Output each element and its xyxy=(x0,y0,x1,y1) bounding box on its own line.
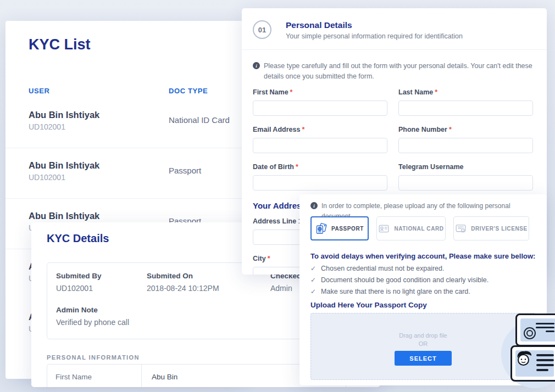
date-of-birth-input[interactable] xyxy=(253,175,387,191)
personal-information-section-title: PERSONAL INFORMATION xyxy=(47,354,140,361)
checklist-item: ✓ Document should be good condition and … xyxy=(310,276,489,288)
required-marker: * xyxy=(302,126,304,133)
first-name-input[interactable] xyxy=(253,100,387,116)
column-header-user: USER xyxy=(29,87,50,95)
or-text: OR xyxy=(311,340,535,347)
drag-drop-text: Drag and drop file xyxy=(311,332,535,339)
column-header-doc-type: DOC TYPE xyxy=(169,87,208,95)
step-number-badge: 01 xyxy=(253,20,271,39)
check-icon: ✓ xyxy=(310,265,316,272)
telegram-username-input[interactable] xyxy=(398,175,533,191)
doc-option-passport[interactable]: PASSPORT xyxy=(310,216,369,240)
select-file-button[interactable]: SELECT xyxy=(395,351,452,366)
required-marker: * xyxy=(268,255,270,262)
info-icon: i xyxy=(310,202,318,209)
kyc-list-row[interactable]: Abu Bin Ishtiyak UD102001 Passport xyxy=(5,148,243,199)
address-section-title: Your Address xyxy=(253,201,306,210)
checklist-item: ✓ Make sure that there is no light glare… xyxy=(310,288,489,299)
admin-note: Admin Note Verified by phone call xyxy=(56,306,129,327)
field-first-name: First Name* xyxy=(253,88,387,116)
kyc-list-row[interactable]: Abu Bin Ishtiyak UD102001 National ID Ca… xyxy=(5,98,243,148)
user-name: Abu Bin Ishtiyak xyxy=(29,211,243,221)
passport-icon xyxy=(315,223,327,234)
info-label: First Name xyxy=(47,365,142,387)
field-last-name: Last Name* xyxy=(398,88,533,116)
document-type-options: PASSPORT NATIONAL CARD DRIVER'S xyxy=(310,216,529,240)
required-marker: * xyxy=(435,88,437,96)
doc-option-national-card[interactable]: NATIONAL CARD xyxy=(376,216,446,240)
field-telegram-username: Telegram Username xyxy=(398,163,533,191)
verification-warning-title: To avoid delays when verifying account, … xyxy=(310,252,535,260)
drivers-license-icon-option[interactable]: DRIVER'S LICENSE xyxy=(453,216,529,240)
user-name: Abu Bin Ishtiyak xyxy=(29,160,243,171)
header-divider xyxy=(242,49,547,50)
file-dropzone[interactable]: Drag and drop file OR SELECT xyxy=(310,313,536,380)
kyc-list-title: KYC List xyxy=(29,36,91,53)
required-marker: * xyxy=(449,126,452,133)
kyc-dashboard: KYC List USER DOC TYPE Abu Bin Ishtiyak … xyxy=(0,0,555,392)
user-id: UD102001 xyxy=(29,173,243,182)
field-date-of-birth: Date of Birth* xyxy=(253,163,387,191)
field-phone-number: Phone Number* xyxy=(398,126,533,153)
checklist-item: ✓ Chosen credential must not be expaired… xyxy=(310,265,489,276)
personal-details-subtitle: Your simple personal information require… xyxy=(286,32,463,40)
field-email-address: Email Address* xyxy=(253,126,387,153)
submitted-by: Submited By UD102001 xyxy=(56,272,102,293)
upload-document-panel: i In order to complete, please upload an… xyxy=(299,194,547,385)
required-marker: * xyxy=(296,163,298,171)
form-note: i Please type carefully and fill out the… xyxy=(253,61,534,82)
info-value: Abu Bin xyxy=(142,365,187,387)
drivers-license-icon xyxy=(455,223,467,234)
last-name-input[interactable] xyxy=(398,100,533,116)
email-address-input[interactable] xyxy=(253,138,387,153)
required-marker: * xyxy=(290,88,293,96)
kyc-details-title: KYC Details xyxy=(47,232,109,245)
check-icon: ✓ xyxy=(310,276,316,284)
verification-checklist: ✓ Chosen credential must not be expaired… xyxy=(310,265,489,299)
info-icon: i xyxy=(253,62,260,69)
personal-details-title: Personal Details xyxy=(286,20,352,30)
doc-type: National ID Card xyxy=(169,115,230,125)
doc-type: Passport xyxy=(169,166,201,175)
submitted-on: Submited On 2018-08-24 10:12PM xyxy=(147,272,219,293)
national-card-icon xyxy=(378,223,390,234)
upload-heading: Upload Here Your Passport Copy xyxy=(310,301,427,309)
check-icon: ✓ xyxy=(310,288,316,295)
phone-number-input[interactable] xyxy=(398,138,533,153)
